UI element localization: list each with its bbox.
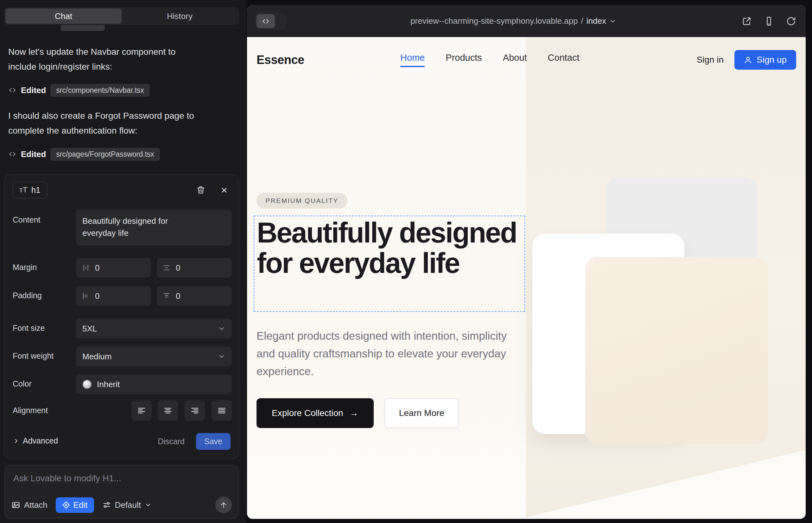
selected-element-pill[interactable]: тT h1 (13, 182, 47, 198)
chevron-down-icon (218, 353, 226, 360)
close-icon: × (221, 184, 227, 196)
hero-paragraph[interactable]: Elegant products designed with intention… (257, 327, 510, 380)
padding-x-input[interactable]: 0 (76, 286, 151, 306)
color-select[interactable]: Inherit (76, 375, 232, 394)
padding-horizontal-icon (82, 292, 90, 300)
trash-icon (196, 185, 206, 195)
send-button[interactable] (215, 497, 232, 513)
align-center-button[interactable] (158, 400, 178, 421)
chat-message: Now let's update the Navbar component to… (8, 44, 205, 74)
align-center-icon (163, 406, 173, 415)
close-inspector-button[interactable]: × (218, 184, 231, 196)
align-left-button[interactable] (131, 400, 152, 421)
chevron-down-icon (609, 18, 616, 25)
padding-label: Padding (13, 291, 42, 300)
margin-y-input[interactable]: 0 (157, 258, 232, 278)
panel-tab-bar: Chat History (4, 7, 239, 25)
mobile-preview-button[interactable] (763, 15, 775, 28)
composer-input[interactable] (13, 473, 229, 483)
preview-browser-window: preview--charming-site-symphony.lovable.… (247, 5, 806, 519)
hero-heading[interactable]: Beautifully designed for everyday life (257, 217, 520, 278)
margin-label: Margin (13, 263, 37, 272)
delete-element-button[interactable] (194, 184, 207, 196)
nav-link-products[interactable]: Products (446, 53, 482, 67)
align-justify-button[interactable] (212, 400, 232, 421)
decor-card-cream (585, 257, 768, 444)
code-view-toggle[interactable] (255, 13, 286, 30)
chevron-down-icon (218, 325, 226, 332)
arrow-right-icon: → (350, 408, 358, 418)
save-button[interactable]: Save (196, 433, 231, 450)
chat-message: I should also create a Forgot Password p… (8, 108, 205, 138)
arrow-up-icon (219, 501, 228, 509)
refresh-button[interactable] (785, 15, 797, 28)
edit-target-icon (62, 501, 70, 509)
url-separator: / (581, 16, 583, 26)
chevron-down-icon (145, 502, 152, 508)
code-icon (8, 86, 16, 94)
padding-y-input[interactable]: 0 (157, 286, 232, 306)
model-default-select[interactable]: Default (102, 500, 152, 510)
font-weight-select[interactable]: Medium (76, 347, 232, 366)
discard-button[interactable]: Discard (158, 437, 184, 446)
site-navbar: Essence Home Products About Contact Sign… (247, 37, 806, 83)
align-right-button[interactable] (184, 400, 205, 421)
nav-link-about[interactable]: About (503, 53, 527, 67)
tab-history[interactable]: History (122, 8, 238, 24)
chat-panel: Chat History Now let's update the Navbar… (0, 0, 246, 523)
mobile-phone-icon (764, 16, 774, 26)
route-name: index (586, 16, 606, 26)
file-chip[interactable]: src/pages/ForgotPassword.tsx (50, 148, 160, 161)
open-external-button[interactable] (740, 15, 753, 28)
sliders-icon (102, 501, 111, 509)
content-input[interactable]: Beautifully designed for everyday life (76, 210, 232, 246)
margin-vertical-icon (162, 264, 171, 272)
learn-more-button[interactable]: Learn More (385, 398, 459, 428)
external-link-icon (742, 16, 752, 26)
preview-url: preview--charming-site-symphony.lovable.… (410, 16, 578, 26)
code-icon (257, 14, 275, 28)
align-justify-icon (217, 406, 226, 415)
edited-file-row: Edited src/pages/ForgotPassword.tsx (8, 147, 160, 161)
tab-chat[interactable]: Chat (5, 8, 122, 24)
margin-x-input[interactable]: 0 (76, 258, 151, 278)
padding-vertical-icon (162, 292, 171, 300)
user-icon (744, 56, 752, 64)
site-preview: Essence Home Products About Contact Sign… (247, 37, 806, 519)
edit-mode-button[interactable]: Edit (56, 497, 94, 513)
font-size-select[interactable]: 5XL (76, 319, 232, 339)
browser-toolbar: preview--charming-site-symphony.lovable.… (247, 5, 806, 37)
font-weight-label: Font weight (13, 351, 54, 361)
explore-collection-button[interactable]: Explore Collection → (257, 398, 374, 428)
premium-quality-badge: PREMIUM QUALITY (257, 193, 348, 209)
selected-element-outline[interactable]: Beautifully designed for everyday life (254, 216, 525, 312)
brand-logo[interactable]: Essence (257, 53, 304, 67)
align-left-icon (137, 406, 146, 415)
element-inspector-panel: тT h1 × Content Beautifully desig (4, 175, 239, 459)
chevron-right-icon (13, 437, 20, 445)
url-bar[interactable]: preview--charming-site-symphony.lovable.… (286, 16, 740, 26)
nav-link-home[interactable]: Home (400, 53, 425, 67)
color-swatch-icon (82, 380, 92, 389)
attach-button[interactable]: Attach (12, 500, 48, 510)
file-chip[interactable]: src/components/Navbar.tsx (50, 84, 149, 97)
element-tag-label: h1 (31, 185, 40, 195)
font-size-label: Font size (13, 324, 45, 333)
sign-up-button[interactable]: Sign up (735, 50, 796, 70)
nav-link-contact[interactable]: Contact (548, 53, 580, 67)
nav-links: Home Products About Contact (400, 53, 580, 67)
refresh-icon (786, 16, 796, 26)
content-label: Content (13, 215, 40, 224)
advanced-toggle[interactable]: Advanced (13, 436, 58, 446)
code-icon (8, 150, 16, 158)
inspector-header: тT h1 × (13, 180, 231, 199)
image-icon (12, 501, 20, 509)
edited-label: Edited (21, 86, 46, 95)
margin-horizontal-icon (82, 264, 90, 272)
alignment-label: Alignment (13, 406, 48, 415)
edited-label: Edited (21, 149, 46, 159)
chat-composer: Attach Edit Default (4, 465, 239, 519)
sign-in-link[interactable]: Sign in (696, 55, 724, 65)
align-right-icon (190, 406, 199, 415)
color-label: Color (13, 379, 32, 389)
